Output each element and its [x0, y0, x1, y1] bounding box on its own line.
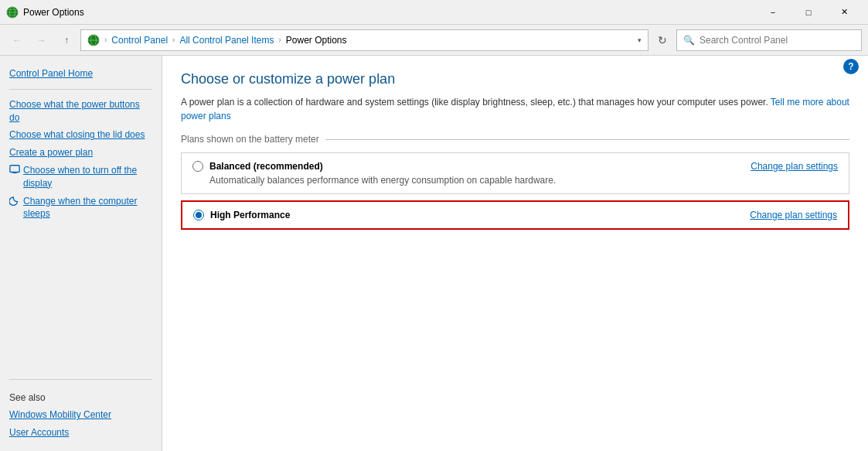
sidebar-label-turn-off-display: Choose when to turn off the display [23, 164, 152, 190]
title-bar: Power Options − □ ✕ [0, 0, 868, 25]
plan-radio-high-performance[interactable] [193, 210, 204, 220]
help-button[interactable]: ? [843, 59, 859, 74]
plan-name-row-balanced: Balanced (recommended) [192, 161, 323, 172]
sidebar-divider-1 [9, 89, 152, 90]
sidebar-label-computer-sleeps: Change when the computer sleeps [23, 195, 152, 221]
sidebar-spacer [0, 223, 162, 373]
window-controls: − □ ✕ [755, 0, 862, 25]
path-separator-3: › [278, 36, 281, 44]
path-dropdown-icon[interactable]: ▾ [638, 36, 642, 44]
close-button[interactable]: ✕ [826, 0, 862, 25]
see-also-label: See also [0, 386, 162, 406]
plan-row-balanced: Balanced (recommended) Change plan setti… [181, 152, 849, 194]
refresh-button[interactable]: ↻ [652, 29, 673, 51]
back-button[interactable]: ← [6, 29, 28, 51]
sidebar-item-power-buttons[interactable]: Choose what the power buttons do [0, 96, 162, 127]
sidebar-item-windows-mobility[interactable]: Windows Mobility Center [0, 406, 162, 424]
svg-rect-8 [10, 166, 19, 173]
search-box: 🔍 [676, 29, 862, 51]
sidebar-item-create-power-plan[interactable]: Create a power plan [0, 144, 162, 162]
address-path: › Control Panel › All Control Panel Item… [80, 29, 648, 51]
section-label: Plans shown on the battery meter [181, 134, 849, 145]
sidebar-divider-2 [9, 379, 152, 380]
sidebar-label-user-accounts: User Accounts [9, 426, 69, 439]
forward-button[interactable]: → [31, 29, 53, 51]
sidebar-label-closing-lid: Choose what closing the lid does [9, 128, 145, 142]
address-bar: ← → ↑ › Control Panel › All Control Pane… [0, 25, 868, 56]
monitor-icon [9, 164, 20, 179]
sidebar: Control Panel Home Choose what the power… [0, 56, 162, 451]
app-icon [6, 6, 19, 19]
breadcrumb-control-panel[interactable]: Control Panel [111, 35, 168, 46]
maximize-button[interactable]: □ [791, 0, 826, 25]
sidebar-label-create-power-plan: Create a power plan [9, 146, 93, 159]
sidebar-item-computer-sleeps[interactable]: Change when the computer sleeps [0, 193, 162, 224]
sidebar-label-control-panel-home: Control Panel Home [9, 67, 93, 80]
sidebar-label-power-buttons: Choose what the power buttons do [9, 98, 152, 125]
change-plan-link-high-performance[interactable]: Change plan settings [750, 210, 837, 220]
change-plan-link-balanced[interactable]: Change plan settings [751, 161, 838, 172]
up-button[interactable]: ↑ [56, 29, 77, 51]
plan-row-high-performance: High Performance Change plan settings [181, 200, 849, 230]
search-input[interactable] [700, 35, 855, 46]
breadcrumb-all-items[interactable]: All Control Panel Items [179, 35, 274, 46]
plan-header-balanced: Balanced (recommended) Change plan setti… [192, 161, 838, 172]
search-icon: 🔍 [683, 35, 695, 46]
plan-desc-balanced: Automatically balances performance with … [192, 175, 838, 186]
main-content: Control Panel Home Choose what the power… [0, 56, 868, 451]
content-area: Choose or customize a power plan A power… [162, 56, 868, 451]
sidebar-item-control-panel-home[interactable]: Control Panel Home [0, 65, 162, 83]
plan-header-high-performance: High Performance Change plan settings [193, 210, 837, 220]
page-description: A power plan is a collection of hardware… [181, 95, 849, 123]
minimize-button[interactable]: − [755, 0, 791, 25]
path-globe-icon [87, 34, 100, 46]
moon-icon [9, 195, 20, 210]
page-title: Choose or customize a power plan [181, 71, 849, 87]
plan-name-balanced: Balanced (recommended) [209, 161, 323, 172]
plan-name-high-performance: High Performance [210, 210, 290, 220]
sidebar-item-user-accounts[interactable]: User Accounts [0, 424, 162, 442]
window-title: Power Options [23, 7, 84, 18]
path-separator-2: › [172, 36, 175, 44]
sidebar-item-turn-off-display[interactable]: Choose when to turn off the display [0, 162, 162, 193]
plan-name-row-high-performance: High Performance [193, 210, 290, 220]
page-description-text: A power plan is a collection of hardware… [181, 97, 768, 108]
sidebar-label-windows-mobility: Windows Mobility Center [9, 408, 111, 422]
path-separator-1: › [104, 36, 107, 44]
breadcrumb-current: Power Options [286, 35, 347, 46]
sidebar-item-closing-lid[interactable]: Choose what closing the lid does [0, 126, 162, 144]
plan-radio-balanced[interactable] [192, 161, 203, 172]
section-label-text: Plans shown on the battery meter [181, 134, 319, 145]
